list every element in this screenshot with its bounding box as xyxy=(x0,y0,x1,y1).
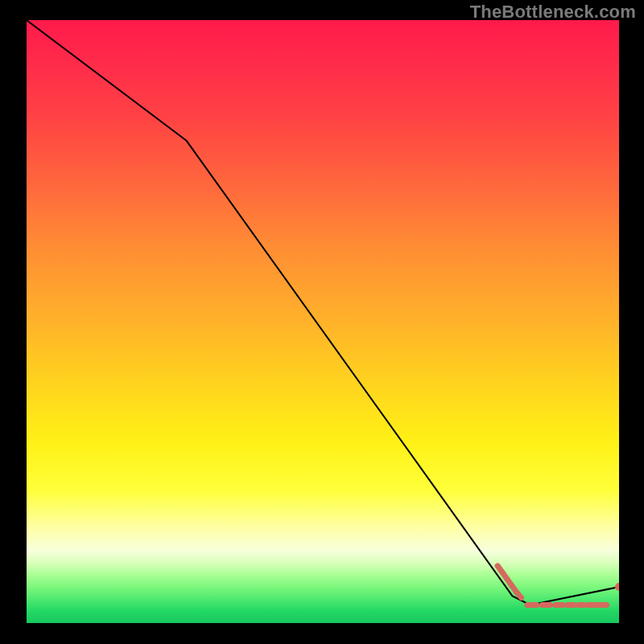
curve-end-dot xyxy=(615,583,619,591)
chart-overlay xyxy=(27,20,619,623)
chart-frame: TheBottleneck.com xyxy=(0,0,644,644)
svg-line-4 xyxy=(517,592,522,598)
plot-area xyxy=(27,20,619,623)
optimal-zone-dashes xyxy=(497,566,606,605)
bottleneck-curve xyxy=(27,20,619,605)
watermark-text: TheBottleneck.com xyxy=(470,2,636,23)
